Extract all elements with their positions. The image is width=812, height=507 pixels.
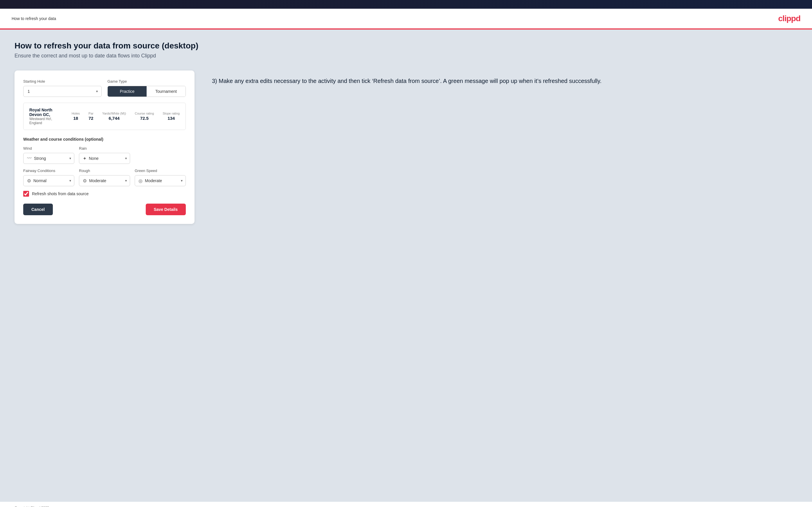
green-speed-icon: ◎ [135, 178, 143, 184]
rough-label: Rough [79, 169, 130, 173]
course-name-block: Royal North Devon GC, Westward Ho!, Engl… [29, 108, 63, 125]
rain-label: Rain [79, 146, 130, 151]
par-value: 72 [89, 116, 94, 121]
holes-value: 18 [73, 116, 78, 121]
course-rating-label: Course rating [135, 112, 154, 115]
save-button[interactable]: Save Details [146, 204, 186, 215]
rain-icon: ✦ [79, 156, 87, 161]
course-stat-par: Par 72 [89, 112, 94, 121]
course-stat-rating: Course rating 72.5 [135, 112, 154, 121]
starting-hole-label: Starting Hole [23, 79, 102, 83]
rough-select[interactable]: Moderate [87, 175, 130, 186]
yards-value: 6,744 [109, 116, 119, 121]
game-type-label: Game Type [107, 79, 186, 83]
refresh-checkbox[interactable] [23, 191, 29, 196]
course-location: Westward Ho!, England [29, 117, 63, 125]
rain-col: Rain ✦ None ▾ [79, 146, 130, 164]
header: How to refresh your data clippd [0, 9, 812, 29]
slope-rating-label: Slope rating [163, 112, 180, 115]
tournament-button[interactable]: Tournament [147, 86, 186, 97]
green-speed-label: Green Speed [135, 169, 186, 173]
rain-select[interactable]: None [87, 153, 130, 164]
course-info-box: Royal North Devon GC, Westward Ho!, Engl… [23, 103, 186, 130]
wind-select[interactable]: Strong [32, 153, 74, 164]
fairway-icon: ⚙ [23, 178, 31, 184]
top-fields-row: Starting Hole 1 ▾ Game Type Practice Tou… [23, 79, 186, 97]
conditions-heading: Weather and course conditions (optional) [23, 137, 186, 142]
fairway-select-wrapper[interactable]: ⚙ Normal ▾ [23, 175, 74, 186]
empty-col [135, 146, 186, 164]
green-speed-select-wrapper[interactable]: ◎ Moderate ▾ [135, 175, 186, 186]
green-speed-select[interactable]: Moderate [143, 175, 186, 186]
game-type-toggle: Practice Tournament [107, 86, 186, 97]
fairway-col: Fairway Conditions ⚙ Normal ▾ [23, 169, 74, 186]
green-speed-col: Green Speed ◎ Moderate ▾ [135, 169, 186, 186]
course-stat-yards: Yards/White (M)) 6,744 [102, 112, 126, 121]
wind-label: Wind [23, 146, 74, 151]
top-bar [0, 0, 812, 9]
rough-col: Rough ⚙ Moderate ▾ [79, 169, 130, 186]
form-card: Starting Hole 1 ▾ Game Type Practice Tou… [14, 70, 195, 224]
course-rating-value: 72.5 [140, 116, 149, 121]
refresh-checkbox-row: Refresh shots from data source [23, 191, 186, 196]
button-row: Cancel Save Details [23, 204, 186, 215]
rough-select-wrapper[interactable]: ⚙ Moderate ▾ [79, 175, 130, 186]
weather-row: Wind 〰 Strong ▾ Rain ✦ None [23, 146, 186, 164]
starting-hole-select[interactable]: 1 [23, 86, 101, 97]
holes-label: Holes [72, 112, 80, 115]
rain-select-wrapper[interactable]: ✦ None ▾ [79, 153, 130, 164]
fairway-label: Fairway Conditions [23, 169, 74, 173]
course-conditions-row: Fairway Conditions ⚙ Normal ▾ Rough ⚙ [23, 169, 186, 186]
course-name: Royal North Devon GC, [29, 108, 63, 117]
page-subtitle: Ensure the correct and most up to date d… [14, 53, 798, 59]
footer: Copyright Clippd 2022 [0, 502, 812, 507]
logo: clippd [778, 14, 800, 23]
practice-button[interactable]: Practice [108, 86, 147, 97]
slope-rating-value: 134 [167, 116, 175, 121]
main-content: How to refresh your data from source (de… [0, 30, 812, 502]
starting-hole-section: Starting Hole 1 ▾ [23, 79, 102, 97]
description-block: 3) Make any extra edits necessary to the… [212, 70, 798, 86]
page-title: How to refresh your data from source (de… [14, 41, 798, 51]
wind-col: Wind 〰 Strong ▾ [23, 146, 74, 164]
fairway-select[interactable]: Normal [31, 175, 74, 186]
rough-icon: ⚙ [79, 178, 87, 184]
par-label: Par [89, 112, 94, 115]
copyright: Copyright Clippd 2022 [14, 506, 49, 507]
breadcrumb: How to refresh your data [12, 16, 56, 21]
wind-icon: 〰 [23, 156, 32, 161]
content-layout: Starting Hole 1 ▾ Game Type Practice Tou… [14, 70, 798, 224]
refresh-checkbox-label[interactable]: Refresh shots from data source [32, 191, 89, 196]
course-stat-slope: Slope rating 134 [163, 112, 180, 121]
starting-hole-select-wrapper[interactable]: 1 ▾ [23, 86, 102, 97]
cancel-button[interactable]: Cancel [23, 204, 53, 215]
course-stat-holes: Holes 18 [72, 112, 80, 121]
yards-label: Yards/White (M)) [102, 112, 126, 115]
wind-select-wrapper[interactable]: 〰 Strong ▾ [23, 153, 74, 164]
description-text: 3) Make any extra edits necessary to the… [212, 76, 798, 86]
game-type-section: Game Type Practice Tournament [107, 79, 186, 97]
